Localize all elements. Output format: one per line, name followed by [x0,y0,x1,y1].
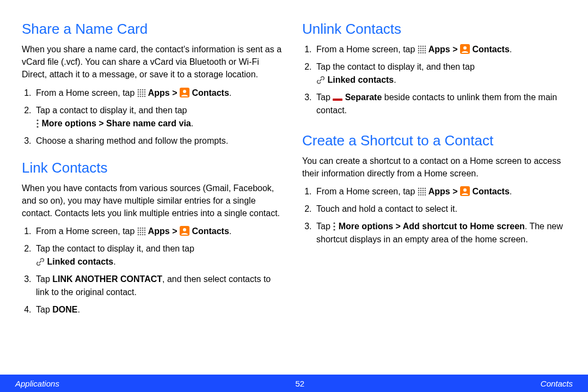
svg-point-35 [142,234,144,236]
left-column: Share a Name Card When you share a name … [22,17,286,369]
intro-shortcut: You can create a shortcut to a contact o… [302,155,566,180]
svg-point-39 [418,46,420,47]
svg-point-26 [140,230,142,231]
apps-grid-icon [418,187,426,196]
svg-point-71 [420,194,422,196]
svg-point-73 [425,194,426,196]
heading-share: Share a Name Card [22,21,286,38]
svg-point-64 [422,190,424,192]
share-step-1: From a Home screen, tap Apps > Contacts. [34,87,286,100]
svg-point-72 [422,194,424,196]
svg-point-5 [140,91,142,93]
svg-point-68 [422,192,424,194]
link-step-3: Tap LINK ANOTHER CONTACT, and then selec… [34,273,286,299]
steps-share: From a Home screen, tap Apps > Contacts.… [22,87,286,148]
svg-point-28 [144,230,146,231]
unlink-step-2: Tap the contact to display it, and then … [314,60,566,87]
svg-point-50 [425,50,426,52]
minus-icon [333,97,342,102]
svg-point-22 [140,228,142,229]
heading-shortcut: Create a Shortcut to a Contact [302,132,566,149]
svg-point-2 [142,89,144,90]
shortcut-step-1: From a Home screen, tap Apps > Contacts. [314,185,566,198]
footer-left: Applications [15,379,59,388]
steps-shortcut: From a Home screen, tap Apps > Contacts.… [302,185,566,246]
svg-point-61 [425,188,426,189]
footer-page-number: 52 [296,379,305,388]
share-step-2: Tap a contact to display it, and then ta… [34,104,286,130]
svg-point-23 [142,228,144,229]
svg-point-48 [420,50,422,52]
shortcut-step-2: Touch and hold a contact to select it. [314,203,566,216]
svg-point-8 [138,93,139,95]
link-step-4: Tap DONE. [34,303,286,316]
svg-point-30 [140,232,142,234]
footer-right: Contacts [541,379,573,388]
svg-point-34 [140,234,142,236]
svg-point-70 [418,194,420,196]
svg-point-25 [138,230,139,231]
link-chain-icon [36,258,45,266]
svg-point-46 [425,48,426,50]
apps-grid-icon [137,89,146,97]
svg-point-27 [142,230,144,231]
contacts-icon [460,186,470,196]
svg-point-67 [420,192,422,194]
svg-point-24 [144,228,146,229]
svg-point-45 [422,48,424,50]
svg-point-59 [420,188,422,189]
svg-point-31 [142,232,144,234]
svg-point-77 [334,226,335,228]
svg-point-40 [420,46,422,47]
svg-point-9 [140,93,142,95]
svg-point-29 [138,232,139,234]
svg-point-47 [418,50,420,52]
svg-point-19 [36,122,38,124]
svg-point-56 [463,46,467,50]
svg-point-51 [418,52,420,54]
unlink-step-1: From a Home screen, tap Apps > Contacts. [314,43,566,56]
svg-point-20 [36,126,38,127]
link-chain-icon [316,76,325,84]
contacts-icon [180,88,189,97]
svg-point-58 [418,188,420,189]
link-step-2: Tap the contact to display it, and then … [34,242,286,268]
heading-link: Link Contacts [22,160,286,176]
svg-point-76 [334,223,335,224]
svg-point-63 [420,190,422,192]
svg-point-0 [138,89,139,90]
steps-unlink: From a Home screen, tap Apps > Contacts.… [302,43,566,117]
svg-point-43 [418,48,420,50]
svg-point-49 [422,50,424,52]
page-footer: Applications 52 Contacts [0,375,588,392]
intro-share: When you share a name card, the contact'… [22,43,286,81]
svg-point-21 [138,228,139,229]
svg-point-38 [183,228,186,231]
svg-point-10 [142,93,144,95]
share-step-3: Choose a sharing method and follow the p… [34,134,286,148]
steps-link: From a Home screen, tap Apps > Contacts.… [22,225,286,316]
svg-point-62 [418,190,420,192]
svg-point-53 [422,52,424,54]
apps-grid-icon [418,45,426,54]
svg-point-7 [144,91,146,93]
svg-point-41 [422,46,424,47]
apps-grid-icon [137,227,146,236]
svg-point-32 [144,232,146,234]
svg-point-78 [334,229,335,231]
contacts-icon [460,44,470,54]
svg-point-4 [138,91,139,93]
heading-unlink: Unlink Contacts [302,21,566,38]
unlink-step-3: Tap Separate beside contacts to unlink t… [314,91,566,117]
svg-point-18 [36,119,38,121]
right-column: Unlink Contacts From a Home screen, tap … [302,17,566,369]
svg-point-12 [138,95,139,97]
link-step-1: From a Home screen, tap Apps > Contacts. [34,225,286,238]
svg-rect-57 [333,99,342,101]
svg-point-52 [420,52,422,54]
contacts-icon [180,226,189,236]
svg-point-54 [425,52,426,54]
svg-point-65 [425,190,426,192]
shortcut-step-3: Tap More options > Add shortcut to Home … [314,220,566,246]
svg-point-75 [463,188,467,192]
